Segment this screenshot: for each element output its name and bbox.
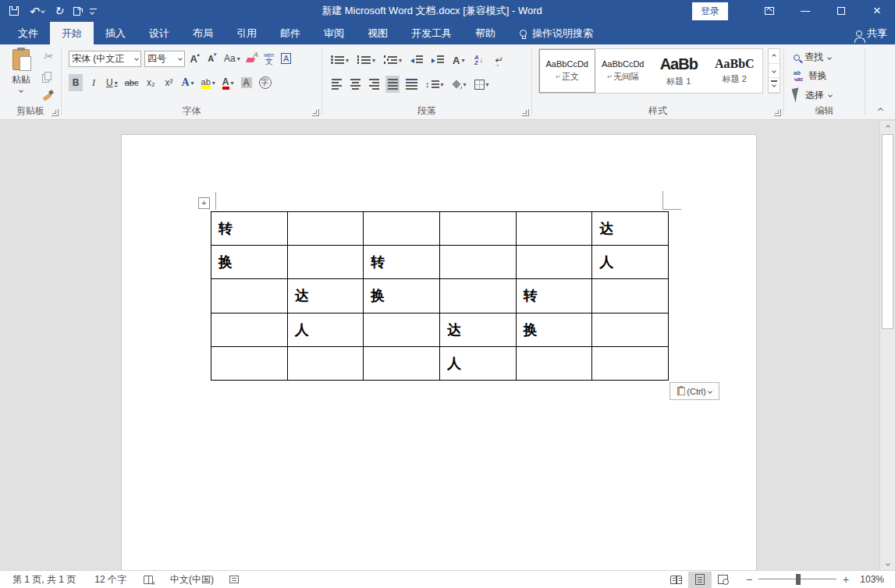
font-name-combo[interactable]: 宋体 (中文正	[69, 51, 141, 67]
asian-layout-button[interactable]: A	[451, 51, 466, 69]
customize-quick-access-button[interactable]	[91, 9, 94, 14]
table-cell[interactable]	[592, 279, 669, 313]
superscript-button[interactable]: x²	[162, 74, 176, 91]
word-count[interactable]: 12 个字	[94, 573, 126, 586]
justify-button[interactable]	[385, 76, 400, 93]
increase-indent-button[interactable]	[430, 51, 446, 69]
tab-references[interactable]: 引用	[225, 22, 268, 44]
table-cell[interactable]	[592, 313, 669, 346]
proofing-status-button[interactable]	[144, 576, 153, 584]
bold-button[interactable]: B	[69, 74, 83, 91]
table-cell[interactable]	[439, 212, 516, 246]
character-border-button[interactable]: A	[279, 50, 293, 67]
zoom-out-button[interactable]: −	[746, 573, 752, 586]
copy-button[interactable]	[41, 69, 55, 83]
sign-in-button[interactable]: 登录	[692, 2, 728, 20]
tab-review[interactable]: 审阅	[312, 22, 356, 44]
numbering-button[interactable]	[356, 51, 377, 69]
undo-button[interactable]	[29, 5, 44, 17]
undo-dropdown-icon[interactable]	[41, 9, 45, 13]
borders-button[interactable]	[473, 76, 491, 93]
grow-font-button[interactable]: A▴	[188, 50, 202, 67]
font-dialog-launcher[interactable]	[312, 109, 319, 116]
tab-home[interactable]: 开始	[50, 22, 94, 44]
align-right-button[interactable]	[367, 76, 381, 93]
share-button[interactable]: 共享	[856, 22, 887, 44]
table-cell[interactable]: 达	[592, 212, 669, 246]
table-cell[interactable]	[364, 346, 440, 380]
decrease-indent-button[interactable]	[409, 51, 424, 69]
table-cell[interactable]: 达	[439, 313, 516, 346]
multilevel-list-button[interactable]	[382, 51, 403, 69]
ribbon-display-options-button[interactable]	[751, 0, 787, 22]
tab-help[interactable]: 帮助	[463, 22, 507, 44]
minimize-button[interactable]	[787, 0, 823, 22]
align-left-button[interactable]	[329, 76, 343, 93]
web-layout-button[interactable]	[712, 572, 735, 588]
table-cell[interactable]: 人	[439, 346, 516, 380]
styles-dialog-launcher[interactable]	[774, 109, 781, 116]
redo-button[interactable]	[55, 5, 64, 16]
style-heading-1[interactable]: AaBb 标题 1	[651, 49, 707, 93]
distribute-button[interactable]	[404, 76, 419, 93]
table-cell[interactable]: 换	[516, 313, 592, 346]
table-cell[interactable]: 转	[516, 279, 592, 313]
show-hide-marks-button[interactable]	[491, 51, 505, 69]
close-button[interactable]	[859, 0, 895, 22]
italic-button[interactable]: I	[87, 74, 101, 91]
document-arrow-button[interactable]	[73, 7, 80, 16]
enclose-characters-button[interactable]: 字	[257, 74, 273, 91]
table-cell[interactable]	[364, 212, 440, 246]
style-heading-2[interactable]: AaBbC 标题 2	[707, 49, 763, 93]
zoom-level[interactable]: 103%	[860, 574, 884, 585]
table-cell[interactable]	[287, 346, 364, 380]
sort-button[interactable]: AZ↓	[471, 51, 485, 69]
replace-button[interactable]: ab⤷ac替换	[794, 69, 827, 83]
scroll-up-button[interactable]	[880, 121, 895, 133]
table-cell[interactable]	[439, 279, 516, 313]
page-info[interactable]: 第 1 页, 共 1 页	[12, 573, 76, 586]
vertical-scrollbar[interactable]	[879, 121, 895, 570]
font-color-button[interactable]: A	[221, 74, 236, 91]
clipboard-dialog-launcher[interactable]	[51, 109, 59, 116]
table-move-handle[interactable]: +	[198, 197, 210, 209]
styles-scroll-up-button[interactable]	[769, 49, 780, 64]
tell-me-search[interactable]: 操作说明搜索	[510, 22, 602, 44]
bullets-button[interactable]	[329, 51, 350, 69]
shrink-font-button[interactable]: A▾	[205, 50, 219, 67]
table-cell[interactable]: 转	[364, 246, 440, 279]
print-layout-button[interactable]	[688, 572, 712, 588]
cut-button[interactable]	[41, 49, 55, 63]
shading-button[interactable]	[450, 76, 468, 93]
strikethrough-button[interactable]: abc	[123, 74, 140, 91]
find-button[interactable]: 查找	[794, 51, 831, 64]
style-no-spacing[interactable]: AaBbCcDd ↵无间隔	[595, 49, 652, 93]
paste-options-button[interactable]: (Ctrl)	[669, 382, 719, 400]
align-center-button[interactable]	[348, 76, 362, 93]
save-button[interactable]	[9, 6, 19, 16]
style-normal[interactable]: AaBbCcDd ↵正文	[539, 49, 595, 93]
paragraph-dialog-launcher[interactable]	[522, 109, 529, 116]
text-effects-button[interactable]: A	[179, 74, 195, 91]
table-cell[interactable]: 人	[592, 246, 669, 279]
tab-insert[interactable]: 插入	[94, 22, 137, 44]
language-status[interactable]: 中文(中国)	[170, 573, 214, 586]
tab-view[interactable]: 视图	[356, 22, 400, 44]
table-cell[interactable]: 达	[287, 279, 364, 313]
subscript-button[interactable]: x₂	[144, 74, 158, 91]
scroll-down-button[interactable]	[880, 558, 895, 570]
table-cell[interactable]	[364, 313, 440, 346]
paste-dropdown-icon[interactable]	[19, 88, 23, 93]
format-painter-button[interactable]	[41, 88, 55, 102]
paste-button[interactable]: 粘贴	[6, 49, 36, 108]
read-mode-button[interactable]	[665, 572, 688, 588]
table-cell[interactable]: 转	[211, 212, 288, 246]
line-spacing-button[interactable]	[424, 76, 446, 93]
table-cell[interactable]: 人	[287, 313, 364, 346]
maximize-button[interactable]	[823, 0, 859, 22]
table-cell[interactable]	[516, 346, 592, 380]
table-cell[interactable]	[439, 246, 516, 279]
table-cell[interactable]	[516, 246, 592, 279]
table-cell[interactable]	[516, 212, 592, 246]
macro-record-button[interactable]	[229, 576, 239, 583]
